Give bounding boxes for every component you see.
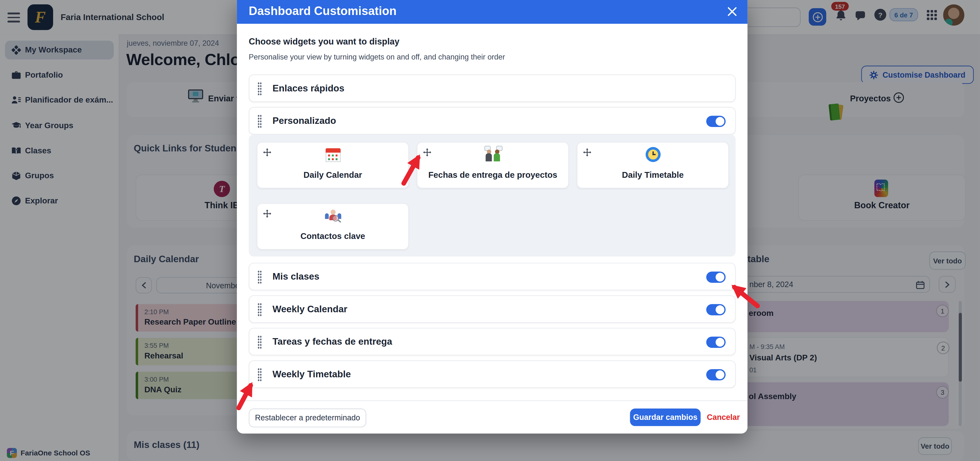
cancel-button[interactable]: Cancelar [707,413,740,421]
app-stage: F Faria International School 157 ? 6 de … [0,0,980,461]
drag-handle-icon[interactable] [258,368,262,382]
widget-row-enlaces-rapidos[interactable]: Enlaces rápidos [249,75,736,102]
dashboard-customisation-modal: Dashboard Customisation Choose widgets y… [237,0,747,434]
calendar-emoji-icon [258,147,408,162]
widget-card-fechas-proyectos[interactable]: Fechas de entrega de proyectos [417,142,569,188]
footer-divider [237,400,747,401]
drag-handle-icon[interactable] [258,303,262,317]
drag-handle-icon[interactable] [258,82,262,96]
widget-card-daily-timetable[interactable]: Daily Timetable [577,142,729,188]
personalizado-toggle[interactable] [706,116,725,127]
modal-header: Dashboard Customisation [237,0,747,24]
weekly-timetable-toggle[interactable] [706,369,725,380]
widget-card-daily-calendar[interactable]: Daily Calendar [257,142,409,188]
mis-clases-toggle[interactable] [706,272,725,283]
widget-row-tareas-fechas[interactable]: Tareas y fechas de entrega [249,328,736,355]
tareas-toggle[interactable] [706,337,725,348]
clock-emoji-icon [578,147,728,162]
widget-row-weekly-calendar[interactable]: Weekly Calendar [249,295,736,323]
modal-heading: Choose widgets you want to display [249,36,399,46]
widget-card-contactos-clave[interactable]: Contactos clave [257,203,409,250]
personalizado-widgets-panel: Daily Calendar Fechas de entrega de proy… [249,134,736,256]
drag-handle-icon[interactable] [258,115,262,128]
modal-title: Dashboard Customisation [249,4,397,18]
drag-handle-icon[interactable] [258,270,262,284]
modal-subheading: Personalise your view by turning widgets… [249,53,505,61]
people-talking-emoji-icon [417,147,568,163]
save-changes-button[interactable]: Guardar cambios [630,408,700,426]
close-icon[interactable] [727,7,737,16]
person-search-emoji-icon [258,208,408,225]
widget-row-mis-clases[interactable]: Mis clases [249,263,736,290]
widget-row-personalizado[interactable]: Personalizado [249,107,736,134]
weekly-calendar-toggle[interactable] [706,304,725,316]
widget-row-weekly-timetable[interactable]: Weekly Timetable [249,361,736,388]
reset-default-button[interactable]: Restablecer a predeterminado [249,408,366,428]
drag-handle-icon[interactable] [258,335,262,349]
